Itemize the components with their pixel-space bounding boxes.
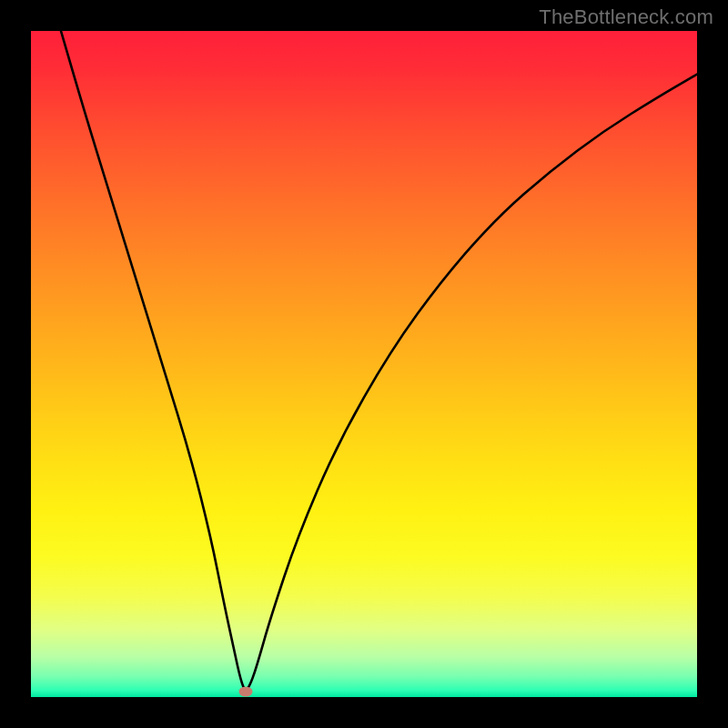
watermark-text: TheBottleneck.com: [539, 5, 713, 29]
bottleneck-point-marker: [238, 687, 252, 697]
chart-frame: TheBottleneck.com: [0, 0, 728, 728]
bottleneck-curve-path: [61, 31, 697, 690]
bottleneck-curve: [31, 31, 697, 697]
chart-plot-area: [31, 31, 697, 697]
